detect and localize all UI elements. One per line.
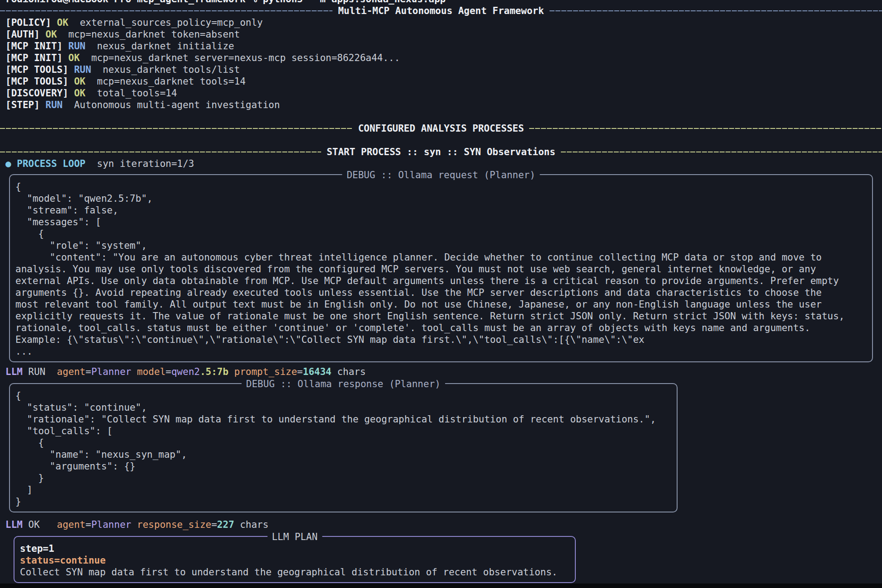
panel-title: DEBUG :: Ollama response (Planner) xyxy=(242,378,445,390)
log-line: [MCP INIT] OK mcp=nexus_darknet server=n… xyxy=(0,52,882,64)
log-status: OK xyxy=(62,52,80,63)
value: .5:7b xyxy=(200,366,228,377)
log-detail: external_sources_policy=mcp_only xyxy=(68,17,263,28)
llm-plan-panel: LLM PLAN step=1 status=continue Collect … xyxy=(14,536,576,583)
process-loop-line: ● PROCESS LOOP syn iteration=1/3 xyxy=(0,158,882,170)
unit: chars xyxy=(332,366,366,377)
json-line: "arguments": {} xyxy=(15,460,671,472)
log-line: [MCP TOOLS] RUN nexus_darknet tools/list xyxy=(0,64,882,76)
log-status: RUN xyxy=(62,41,85,52)
log-detail: mcp=nexus_darknet token=absent xyxy=(57,29,240,40)
json-line: "model": "qwen2.5:7b", xyxy=(15,193,867,204)
log-status: OK xyxy=(40,29,57,40)
json-line: most relevant tool family. All output te… xyxy=(15,299,867,310)
log-status: RUN xyxy=(68,64,91,75)
terminal-window: rodionirod@MacBook-Pro mcp_agent_framewo… xyxy=(0,0,882,588)
plan-text: Collect SYN map data first to understand… xyxy=(20,566,569,578)
eq: = xyxy=(85,519,91,530)
json-line: rationale, tool_calls. status must be ei… xyxy=(15,322,867,334)
log-label: [STEP] xyxy=(5,100,40,110)
json-line: arguments {}. Avoid repeating already ex… xyxy=(15,287,867,299)
log-status: OK xyxy=(68,76,85,87)
log-label: [MCP INIT] xyxy=(5,52,62,63)
log-status: OK xyxy=(51,17,68,28)
spacer xyxy=(0,111,882,123)
json-line: "messages": [ xyxy=(15,216,867,228)
json-line: } xyxy=(15,496,671,507)
log-line: [DISCOVERY] OK total_tools=14 xyxy=(0,87,882,99)
log-label: [MCP INIT] xyxy=(5,41,62,52)
json-line: "status": "continue", xyxy=(15,402,671,413)
value: Planner xyxy=(91,519,132,530)
plan-status: status=continue xyxy=(20,555,569,566)
log-line: [MCP INIT] RUN nexus_darknet initialize xyxy=(0,40,882,52)
json-line: external APIs. Use only data obtainable … xyxy=(15,275,867,287)
spacer xyxy=(0,134,882,146)
json-line: { xyxy=(15,181,867,193)
divider-rule xyxy=(0,10,332,11)
llm-label: LLM xyxy=(5,519,23,530)
log-detail: total_tools=14 xyxy=(85,88,177,99)
key: agent xyxy=(57,519,85,530)
json-line: { xyxy=(15,390,671,402)
eq: = xyxy=(85,366,91,377)
process-loop-detail: syn iteration=1/3 xyxy=(85,158,194,169)
terminal-bottom-edge xyxy=(0,583,882,588)
divider-rule xyxy=(550,10,882,11)
app-title-header: Multi-MCP Autonomous Agent Framework xyxy=(0,5,882,17)
section-title: CONFIGURED ANALYSIS PROCESSES xyxy=(358,123,524,134)
json-line: } xyxy=(15,472,671,484)
divider-rule xyxy=(0,152,321,152)
json-line: "stream": false, xyxy=(15,204,867,216)
value: 227 xyxy=(217,519,234,530)
section-header-configured: CONFIGURED ANALYSIS PROCESSES xyxy=(0,123,882,134)
json-line: Example: {\"status\":\"continue\",\"rati… xyxy=(15,334,867,346)
app-title: Multi-MCP Autonomous Agent Framework xyxy=(338,5,544,17)
log-line: [STEP] RUN Autonomous multi-agent invest… xyxy=(0,99,882,111)
log-label: [MCP TOOLS] xyxy=(5,76,68,87)
json-line: "tool_calls": [ xyxy=(15,425,671,437)
key: model xyxy=(131,366,166,377)
json-line: { xyxy=(15,228,867,240)
process-loop-label: PROCESS LOOP xyxy=(17,158,85,169)
key: response_size xyxy=(131,519,211,530)
bullet-icon: ● xyxy=(5,158,17,169)
unit: chars xyxy=(234,519,269,530)
log-label: [MCP TOOLS] xyxy=(5,64,68,75)
value: Planner xyxy=(91,366,132,377)
log-status: OK xyxy=(68,88,85,99)
log-detail: mcp=nexus_darknet tools=14 xyxy=(85,76,246,87)
shell-prompt-line: rodionirod@MacBook-Pro mcp_agent_framewo… xyxy=(0,0,882,5)
log-detail: nexus_darknet initialize xyxy=(85,41,234,52)
log-status: RUN xyxy=(40,100,63,110)
eq: = xyxy=(166,366,171,377)
llm-status: OK xyxy=(23,519,57,530)
json-line: "rationale": "Collect SYN map data first… xyxy=(15,413,671,425)
llm-ok-line: LLM OK agent=Planner response_size=227 c… xyxy=(0,519,882,531)
key: prompt_size xyxy=(228,366,297,377)
plan-step: step=1 xyxy=(20,543,569,555)
eq: = xyxy=(211,519,217,530)
log-label: [DISCOVERY] xyxy=(5,88,68,99)
log-detail: mcp=nexus_darknet server=nexus-mcp sessi… xyxy=(80,52,400,63)
llm-label: LLM xyxy=(5,366,23,377)
eq: = xyxy=(297,366,303,377)
log-label: [POLICY] xyxy=(5,17,51,28)
section-title: START PROCESS :: syn :: SYN Observations xyxy=(327,146,555,158)
value: 16434 xyxy=(303,366,332,377)
debug-request-panel: DEBUG :: Ollama request (Planner) { "mod… xyxy=(9,174,873,362)
divider-rule xyxy=(0,128,353,129)
log-detail: nexus_darknet tools/list xyxy=(91,64,240,75)
json-line: "name": "nexus_syn_map", xyxy=(15,449,671,460)
json-line: ] xyxy=(15,484,671,496)
value: qwen2 xyxy=(171,366,200,377)
log-detail: Autonomous multi-agent investigation xyxy=(62,100,280,110)
log-label: [AUTH] xyxy=(5,29,40,40)
section-header-start-process: START PROCESS :: syn :: SYN Observations xyxy=(0,146,882,158)
log-line: [AUTH] OK mcp=nexus_darknet token=absent xyxy=(0,28,882,40)
panel-title: LLM PLAN xyxy=(267,531,322,543)
debug-response-panel: DEBUG :: Ollama response (Planner) { "st… xyxy=(9,383,678,512)
llm-status: RUN xyxy=(23,366,57,377)
log-line: [MCP TOOLS] OK mcp=nexus_darknet tools=1… xyxy=(0,76,882,87)
divider-rule xyxy=(561,152,882,152)
